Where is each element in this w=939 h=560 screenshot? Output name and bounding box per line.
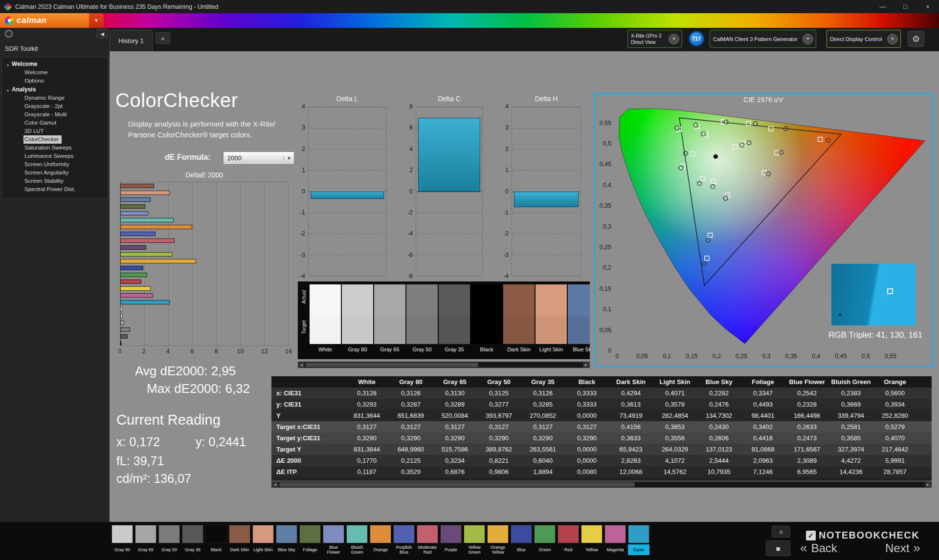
sidebar-item-screen-stability[interactable]: Screen Stability (23, 177, 67, 185)
back-button[interactable]: « Back (800, 540, 837, 556)
patch-light-skin[interactable]: Light Skin (252, 525, 274, 557)
table-cell: 0,3293 (345, 399, 389, 410)
scroll-left-icon[interactable]: ◀ (272, 482, 278, 487)
sidebar-item-options[interactable]: Options (23, 77, 47, 85)
patch-yellow[interactable]: Yellow (581, 525, 603, 557)
patch-gray-80[interactable]: Gray 80 (112, 525, 133, 557)
patch-gray-50[interactable]: Gray 50 (158, 525, 180, 557)
patch-purplish-blue[interactable]: Purplish Blue (393, 525, 415, 557)
table-cell: 0,3287 (389, 399, 433, 410)
swatch-dark-skin[interactable]: Dark Skin (503, 284, 535, 358)
swatch-gray-65[interactable]: Gray 65 (374, 284, 405, 358)
swatch-label: Dark Skin (503, 344, 535, 355)
scroll-left-icon[interactable]: ◀ (298, 362, 305, 367)
scroll-thumb[interactable] (306, 363, 478, 367)
sidebar-item-spectral-power-dist-[interactable]: Spectral Power Dist. (23, 185, 78, 194)
sidebar-collapse-icon[interactable]: ◀ (97, 29, 108, 39)
table-cell: 520,0084 (433, 410, 477, 421)
patch-black[interactable]: Black (205, 525, 227, 557)
sidebar-item-dynamic-range[interactable]: Dynamic Range (23, 94, 67, 102)
patch-orange-yellow[interactable]: Orange Yellow (487, 525, 509, 557)
table-cell: 2,3089 (785, 455, 829, 466)
y-tick-label: -2 (288, 230, 305, 237)
sidebar-item-color-gamut[interactable]: Color Gamut (23, 119, 59, 127)
scroll-right-icon[interactable]: ▶ (925, 482, 931, 487)
patch-purple[interactable]: Purple (440, 525, 462, 557)
next-button[interactable]: Next » (885, 540, 920, 556)
measured-point-white[interactable] (714, 154, 717, 158)
gear-icon[interactable]: ⚙ (908, 31, 924, 47)
patch-blue-sky[interactable]: Blue Sky (276, 525, 297, 557)
sidebar-item-screen-uniformity[interactable]: Screen Uniformity (23, 160, 72, 169)
patch-green[interactable]: Green (534, 525, 556, 557)
swatch-gray-50[interactable]: Gray 50 (406, 284, 438, 358)
sidebar-item-screen-angularity[interactable]: Screen Angularity (23, 169, 71, 177)
sidebar-item-colorchecker[interactable]: ColorChecker (23, 135, 62, 144)
sidebar-section-welcome[interactable]: ▴Welcome (2, 60, 108, 68)
sidebar-item-3d-lut[interactable]: 3D LUT (23, 127, 47, 135)
calman-logo[interactable]: calman ▼ (0, 13, 104, 28)
row-label: ΔE 2000 (271, 455, 345, 466)
patch-magenta[interactable]: Magenta (604, 525, 626, 557)
table-cell: 0,3347 (741, 388, 785, 399)
swatch-gray-35[interactable]: Gray 35 (439, 284, 470, 358)
swatch-strip-scrollbar[interactable]: ◀ ▶ (298, 362, 590, 368)
cie-x-tick-label: 0,5 (861, 353, 870, 360)
chevron-down-icon[interactable]: ▼ (669, 34, 679, 44)
restore-button[interactable]: □ (894, 0, 917, 13)
add-tab-button[interactable]: + (156, 32, 170, 44)
swatch-black[interactable]: Black (471, 284, 502, 358)
patch-foliage[interactable]: Foliage (299, 525, 321, 557)
patch-blue-flower[interactable]: Blue Flower (323, 525, 344, 557)
patch-gray-35[interactable]: Gray 35 (182, 525, 203, 557)
swatch-white[interactable]: White (310, 284, 341, 358)
table-cell: 0,3127 (433, 421, 477, 432)
sidebar-item-grayscale-multi[interactable]: Grayscale - Multi (23, 110, 69, 119)
close-button[interactable]: × (917, 0, 939, 13)
swatch-gray-80[interactable]: Gray 80 (342, 284, 373, 358)
patch-orange[interactable]: Orange (370, 525, 391, 557)
patch-red[interactable]: Red (558, 525, 579, 557)
scroll-right-icon[interactable]: ▶ (583, 362, 589, 367)
de-formula-select[interactable]: 2000 ▼ (223, 151, 294, 165)
actual-swatch (471, 284, 502, 317)
calman-menu-caret-icon[interactable]: ▼ (89, 13, 104, 28)
sidebar-item-luminance-sweeps[interactable]: Luminance Sweeps (23, 152, 76, 160)
pattern-generator-dropdown[interactable]: CalMAN Client 3 Pattern Generator ▼ (710, 30, 816, 48)
scroll-track[interactable] (278, 482, 925, 487)
display-control-dropdown[interactable]: Direct Display Control ▼ (827, 30, 901, 48)
sidebar-item-welcome[interactable]: Welcome (23, 68, 51, 77)
y-tick-label: -3 (491, 252, 509, 258)
sidebar-item-grayscale-2pt[interactable]: Grayscale - 2pt (23, 102, 66, 110)
target-swatch (374, 317, 405, 344)
patch-cyan[interactable]: Cyan (628, 525, 649, 557)
table-cell: 0,2581 (829, 421, 873, 432)
swatch-label: Gray 65 (374, 344, 405, 355)
sidebar-section-analysis[interactable]: ▴Analysis (2, 85, 108, 94)
table-cell: 0,1770 (345, 455, 389, 466)
swatch-light-skin[interactable]: Light Skin (536, 284, 567, 358)
scroll-track[interactable] (305, 362, 583, 367)
chevron-down-icon[interactable]: ▼ (803, 34, 813, 44)
scroll-thumb[interactable] (279, 482, 635, 487)
sidebar-radio-icon[interactable] (5, 30, 13, 38)
next-arrows-icon: » (913, 540, 920, 556)
patch-gray-65[interactable]: Gray 65 (135, 525, 156, 557)
swatch-blue-sky[interactable]: Blue Sky (568, 284, 590, 358)
stop-square-icon[interactable]: ■ (766, 540, 790, 556)
meter-dropdown[interactable]: X-Rite i1Pro 3Direct View ▼ (627, 30, 682, 48)
tab-history-1[interactable]: History 1 (110, 30, 153, 51)
patch-moderate-red[interactable]: Moderate Red (417, 525, 438, 557)
section-label: Welcome (12, 61, 37, 67)
chevron-down-icon[interactable]: ▼ (887, 34, 898, 44)
column-header: Bluish Green (829, 376, 873, 388)
minimize-button[interactable]: — (872, 0, 894, 13)
table-scrollbar[interactable]: ◀ ▶ (271, 481, 932, 488)
patch-yellow-green[interactable]: Yellow Green (464, 525, 485, 557)
patch-bluish-green[interactable]: Bluish Green (346, 525, 368, 557)
patch-dark-skin[interactable]: Dark Skin (229, 525, 250, 557)
expand-up-icon[interactable]: ∧ (772, 526, 790, 538)
patch-blue[interactable]: Blue (511, 525, 532, 557)
bar-row-blue-sky (120, 196, 288, 203)
sidebar-item-saturation-sweeps[interactable]: Saturation Sweeps (23, 144, 75, 152)
